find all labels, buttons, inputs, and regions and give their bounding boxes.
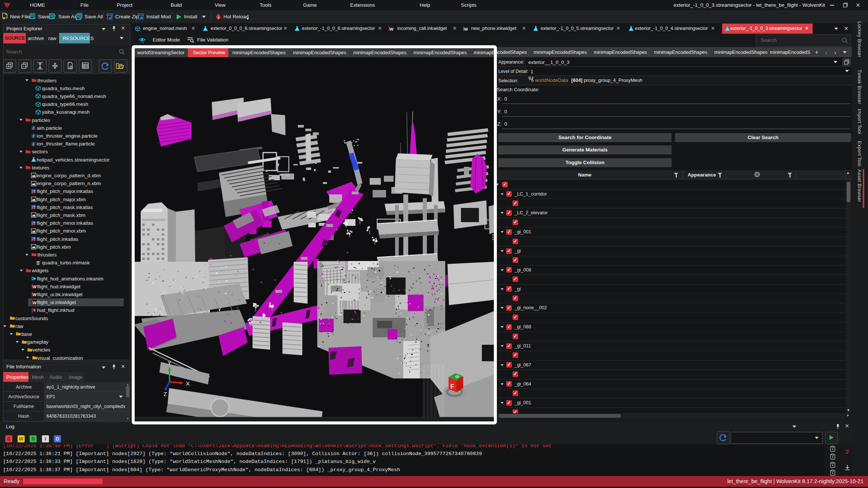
svg-text:W: W <box>464 27 468 31</box>
svg-text:W: W <box>33 292 37 297</box>
svg-text:W: W <box>33 300 37 305</box>
svg-text:W: W <box>33 285 37 289</box>
svg-text:W: W <box>389 27 394 31</box>
svg-text:Y: Y <box>168 360 171 366</box>
svg-text:Z: Z <box>163 391 167 397</box>
svg-text:X: X <box>186 380 190 387</box>
svg-text:F: F <box>450 383 454 390</box>
